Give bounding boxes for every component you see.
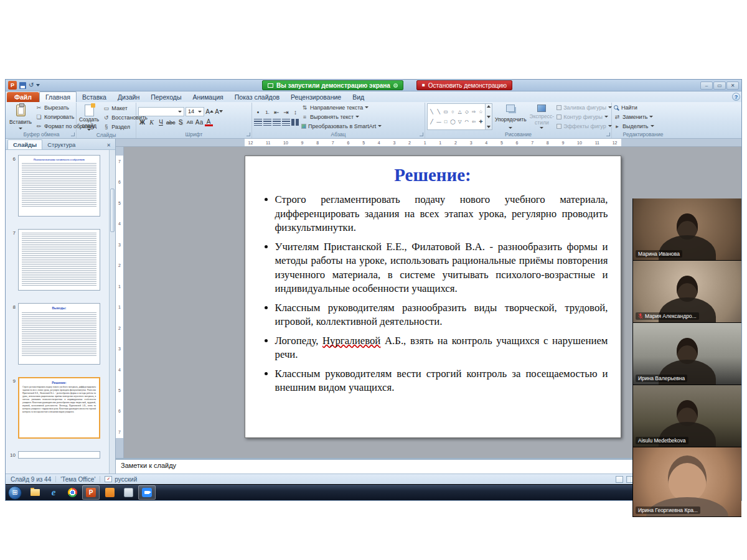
shape-glyph[interactable]: ╲ [430,109,433,114]
ribbon-tab[interactable]: Показ слайдов [229,92,285,102]
numbering-button[interactable]: 1. [263,108,271,116]
shape-glyph[interactable]: ╱ [430,119,433,124]
paste-button[interactable]: Вставить [9,103,32,131]
slide[interactable]: Решение: Строго регламентировать подачу … [245,156,621,438]
taskbar-chrome-button[interactable] [63,485,81,500]
ribbon-tab[interactable]: Анимация [187,92,228,102]
shape-glyph[interactable]: △ [458,109,462,114]
participant-tile[interactable]: Ирина Валерьевна [633,323,741,385]
shape-fill-button[interactable]: Заливка фигуры [557,103,612,111]
slide-10-thumbnail[interactable]: 10 [8,451,106,459]
shape-glyph[interactable]: ╲ [438,109,441,114]
increase-indent-button[interactable]: ⇥ [282,108,290,116]
ribbon-tab[interactable]: Вид [347,92,370,102]
minimize-button[interactable]: – [700,82,713,90]
font-color-button[interactable]: А [205,118,213,126]
change-case-button[interactable]: Аа [195,118,204,127]
shape-outline-button[interactable]: Контур фигуры [557,113,612,121]
bold-button[interactable]: Ж [138,118,146,127]
taskbar-zoom-button[interactable] [138,485,156,500]
slide-bullet[interactable]: Классным руководителям вести строгий кон… [275,367,608,395]
participant-tile[interactable]: Марина Иванова [633,198,741,261]
panel-tab[interactable]: Слайды [7,139,42,149]
slide-bullet[interactable]: Логопеду, Нургалиевой А.Б., взять на кон… [275,334,608,362]
maximize-button[interactable]: ▭ [713,82,726,90]
ribbon-tab[interactable]: Рецензирование [285,92,347,102]
shape-glyph[interactable]: ◯ [450,119,455,124]
horizontal-ruler[interactable]: 121110987654321123456789101112 [116,139,741,147]
panel-close-icon[interactable]: ✕ [104,141,113,149]
ribbon-tab[interactable]: Файл [7,92,39,102]
slide-6-thumbnail[interactable]: 6 Психологическая готовность к обучению [8,155,106,217]
align-left-button[interactable] [254,119,262,126]
slide-9-thumbnail[interactable]: 9 Решение: Строго регламентировать подач… [8,377,106,439]
participant-tile[interactable]: Ирина Георгиевна Кра... [633,447,741,517]
slide-bullet[interactable]: Учителям Пристанской Е.Е., Филатовой В.А… [275,240,608,296]
bullets-button[interactable]: • [254,108,262,116]
columns-button[interactable] [291,119,299,126]
shapes-gallery-scrollbar[interactable] [486,103,492,130]
replace-button[interactable]: ⇄Заменить [614,113,654,121]
participant-tile[interactable]: Мария Александро... [633,261,741,323]
undo-icon[interactable]: ↺ [29,82,34,88]
start-button[interactable]: ⊞ [8,486,22,500]
text-direction-button[interactable]: ⇅Направление текста [301,103,382,111]
shape-effects-button[interactable]: Эффекты фигур [557,122,612,130]
font-size-select[interactable]: 14 [186,107,204,116]
taskbar-ie-button[interactable]: e [45,485,62,500]
shape-glyph[interactable]: ✚ [479,119,482,124]
language-indicator[interactable]: русский [115,476,137,483]
taskbar-app-button[interactable] [120,485,137,500]
text-shadow-button[interactable]: S [177,118,185,127]
decrease-indent-button[interactable]: ⇤ [273,108,281,116]
find-button[interactable]: Найти [614,103,654,111]
align-right-button[interactable] [273,119,281,126]
shape-glyph[interactable]: ◇ [465,109,469,114]
view-normal-button[interactable] [616,476,623,483]
grow-font-button[interactable]: А [205,107,214,116]
shape-glyph[interactable]: ▽ [458,119,462,124]
slide-title[interactable]: Решение: [258,165,608,185]
powerpoint-app-icon[interactable]: P [8,81,17,90]
strikethrough-button[interactable]: abc [166,118,176,127]
ribbon-tab[interactable]: Переходы [145,92,187,102]
quick-styles-button[interactable]: Экспресс-стили [529,103,555,130]
dialog-launcher-icon[interactable] [606,133,610,136]
save-icon[interactable] [19,82,26,89]
align-center-button[interactable] [263,119,271,126]
slide-bullet[interactable]: Классным руководителям разнообразить вид… [275,301,608,329]
convert-smartart-button[interactable]: Преобразовать в SmartArt [301,122,382,130]
slide-7-thumbnail[interactable]: 7 [8,229,106,291]
theme-name[interactable]: 'Тема Office' [60,476,95,483]
qat-dropdown-icon[interactable] [36,84,40,86]
participant-tile[interactable]: Aisulu Medetbekova [633,385,741,447]
help-icon[interactable]: ? [732,93,740,101]
shape-glyph[interactable]: ⇦ [472,119,476,124]
dialog-launcher-icon[interactable] [71,133,75,136]
panel-scrollbar[interactable] [109,150,115,474]
spellcheck-icon[interactable]: ✓ [105,476,112,482]
shape-glyph[interactable]: ○ [451,109,454,114]
arrange-button[interactable]: Упорядочить [494,103,527,130]
shrink-font-button[interactable]: А [215,107,223,116]
taskbar-explorer-button[interactable] [26,485,44,500]
select-button[interactable]: ▸Выделить [614,122,654,130]
shape-glyph[interactable]: ☆ [479,109,483,114]
taskbar-powerpoint-button[interactable]: P [82,485,100,500]
underline-button[interactable]: Ч [157,118,165,127]
align-text-button[interactable]: ≡Выровнять текст [301,113,382,121]
stop-share-button[interactable]: ■ Остановить демонстрацию [416,80,512,90]
ribbon-tab[interactable]: Дизайн [112,92,145,102]
character-spacing-button[interactable]: АВ [186,118,194,127]
dialog-launcher-icon[interactable] [247,133,250,136]
panel-scrollbar-thumb[interactable] [110,189,115,232]
shape-glyph[interactable]: ⇨ [472,109,476,114]
slide-bullet[interactable]: Строго регламентировать подачу нового уч… [275,193,608,235]
font-name-select[interactable] [138,107,184,116]
line-spacing-button[interactable]: ↕ [291,108,299,116]
vertical-ruler[interactable]: 76543211234567 [116,147,124,458]
new-slide-button[interactable]: Создать слайд [78,103,100,132]
slide-8-thumbnail[interactable]: 8 Выводы: [8,303,106,365]
shape-glyph[interactable]: ▭ [444,109,448,114]
ribbon-tab[interactable]: Вставка [77,92,112,102]
